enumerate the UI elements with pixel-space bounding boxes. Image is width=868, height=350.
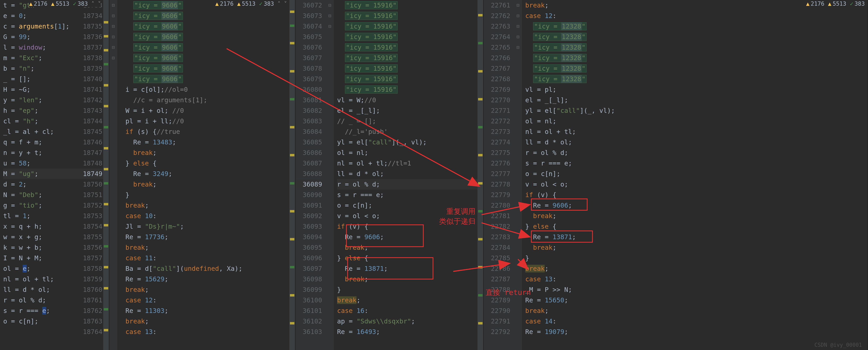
code-line[interactable]: "icy = 15916": [337, 0, 483, 10]
editor-pane-4[interactable]: 2276122762227632276422765227662276722768…: [484, 0, 868, 350]
code-line[interactable]: W = i + ol; //0: [125, 105, 295, 116]
code-line[interactable]: "icy = 12328": [525, 53, 868, 63]
code-line[interactable]: break;: [525, 211, 868, 221]
code-line[interactable]: "icy = 12328": [525, 42, 868, 53]
fold-marker[interactable]: ⊟: [514, 0, 522, 10]
fold-marker[interactable]: ⊟: [514, 42, 522, 53]
code-line[interactable]: break;: [125, 179, 295, 189]
fold-marker[interactable]: ⊟: [109, 10, 117, 21]
code-line[interactable]: Re = 19079;: [525, 326, 868, 337]
code-line[interactable]: "icy = 15916": [337, 63, 483, 74]
code-line[interactable]: break;: [525, 305, 868, 316]
code-line[interactable]: "icy = 9606": [125, 10, 295, 21]
code-line[interactable]: s = r === e;: [525, 158, 868, 169]
code-line[interactable]: "icy = 12328": [525, 32, 868, 42]
code-line[interactable]: break;: [125, 200, 295, 211]
code-line[interactable]: ol = nl;: [525, 116, 868, 126]
code-line[interactable]: //c = arguments[1];: [125, 95, 295, 105]
code-area-4[interactable]: break;case 12: "icy = 12328" "icy = 1232…: [522, 0, 868, 350]
code-line[interactable]: case 14:: [525, 316, 868, 326]
code-line[interactable]: case 16:: [337, 305, 483, 316]
code-line[interactable]: Ba = d["call"](undefined, Xa);: [125, 263, 295, 274]
code-line[interactable]: Re = 9606;: [337, 232, 483, 242]
code-line[interactable]: }: [337, 284, 483, 295]
code-line[interactable]: el = _[_l];: [337, 105, 483, 116]
code-line[interactable]: r = ol % d;: [525, 147, 868, 158]
code-line[interactable]: }: [525, 253, 868, 263]
code-line[interactable]: "icy = 15916": [337, 53, 483, 63]
code-line[interactable]: break;: [525, 263, 868, 274]
fold-marker[interactable]: ⊟: [109, 42, 117, 53]
problems-widget-4[interactable]: ▲2176 ▲5513 ✓383: [806, 0, 865, 7]
code-line[interactable]: "icy = 15916": [337, 10, 483, 21]
code-line[interactable]: break;: [125, 147, 295, 158]
code-line[interactable]: "icy = 9606": [125, 63, 295, 74]
code-line[interactable]: "icy = 9606": [125, 53, 295, 63]
code-line[interactable]: break;: [337, 274, 483, 284]
fold-marker[interactable]: ⊟: [514, 32, 522, 42]
code-line[interactable]: Re = 15650;: [525, 295, 868, 305]
problems-widget-1[interactable]: ▲2176 ▲5513 ✓383 ˄ ˅: [29, 0, 101, 7]
code-line[interactable]: Re = 15629;: [125, 274, 295, 284]
chevron-up-icon[interactable]: ˄: [278, 0, 280, 7]
code-line[interactable]: break;: [525, 242, 868, 253]
code-line[interactable]: "icy = 15916": [337, 32, 483, 42]
code-line[interactable]: yl = el["call"](_, vl);: [525, 105, 868, 116]
code-line[interactable]: case 11:: [125, 253, 295, 263]
code-line[interactable]: r = ol % d;: [337, 179, 483, 189]
code-line[interactable]: "icy = 15916": [337, 84, 483, 95]
code-line[interactable]: Re = 16493;: [337, 326, 483, 337]
fold-gutter-3[interactable]: ⊟⊟⊟: [326, 0, 334, 350]
code-area-2[interactable]: "icy = 9606" "icy = 9606" "icy = 9606" "…: [117, 0, 295, 350]
fold-marker[interactable]: ⊟: [109, 32, 117, 42]
code-line[interactable]: case 13:: [125, 326, 295, 337]
code-line[interactable]: "icy = 12328": [525, 63, 868, 74]
fold-gutter-2[interactable]: ⊟⊟⊟⊟⊟⊟: [109, 0, 117, 350]
editor-pane-2[interactable]: ⊟⊟⊟⊟⊟⊟ "icy = 9606" "icy = 9606" "icy = …: [109, 0, 296, 350]
code-line[interactable]: yl = el["call"](_, vl);: [337, 137, 483, 147]
fold-marker[interactable]: ⊟: [514, 21, 522, 32]
code-line[interactable]: i = c[ol];//ol=0: [125, 84, 295, 95]
chevron-up-icon[interactable]: ˄: [91, 0, 94, 7]
code-line[interactable]: o = c[n];: [525, 169, 868, 179]
code-line[interactable]: "icy = 15916": [337, 21, 483, 32]
marker-strip-2[interactable]: [289, 0, 295, 350]
code-line[interactable]: ll = d * ol;: [337, 169, 483, 179]
code-line[interactable]: case 12:: [525, 10, 868, 21]
code-line[interactable]: ap = "Sdws\\dsqxbr";: [337, 316, 483, 326]
code-line[interactable]: //_l='push': [337, 126, 483, 137]
code-line[interactable]: ll = d * ol;: [525, 137, 868, 147]
code-line[interactable]: "icy = 12328": [525, 74, 868, 84]
code-line[interactable]: ol = nl;: [337, 147, 483, 158]
code-line[interactable]: pl = i + ll;//0: [125, 116, 295, 126]
code-line[interactable]: } else {: [337, 253, 483, 263]
code-line[interactable]: nl = ol + tl;//tl=1: [337, 158, 483, 169]
fold-marker[interactable]: ⊟: [109, 21, 117, 32]
code-line[interactable]: break;: [125, 284, 295, 295]
code-line[interactable]: Re = 13871;: [337, 263, 483, 274]
code-line[interactable]: case 12:: [125, 295, 295, 305]
code-line[interactable]: s = r === e;: [337, 189, 483, 200]
code-line[interactable]: el = _[_l];: [525, 95, 868, 105]
chevron-down-icon[interactable]: ˅: [98, 0, 101, 7]
code-line[interactable]: break;: [125, 316, 295, 326]
code-line[interactable]: "icy = 12328": [525, 21, 868, 32]
marker-strip-3[interactable]: [477, 0, 483, 350]
code-line[interactable]: break;: [337, 242, 483, 253]
code-line[interactable]: Re = 3249;: [125, 169, 295, 179]
marker-strip-1[interactable]: [103, 0, 109, 350]
code-line[interactable]: Jl = "Ds}r|m~";: [125, 221, 295, 232]
code-line[interactable]: "icy = 15916": [337, 74, 483, 84]
problems-widget-2[interactable]: ▲2176 ▲5513 ✓383 ˄ ˅: [215, 0, 287, 7]
fold-marker[interactable]: ⊟: [326, 0, 334, 10]
code-area-3[interactable]: "icy = 15916" "icy = 15916" "icy = 15916…: [334, 0, 483, 350]
code-line[interactable]: "icy = 9606": [125, 21, 295, 32]
fold-marker[interactable]: ⊟: [326, 21, 334, 32]
code-line[interactable]: Re = 11303;: [125, 305, 295, 316]
code-line[interactable]: case 13:: [525, 274, 868, 284]
code-line[interactable]: Re = 13483;: [125, 137, 295, 147]
code-line[interactable]: break;: [125, 242, 295, 253]
code-line[interactable]: if (s) {//true: [125, 126, 295, 137]
code-line[interactable]: nl = ol + tl;: [525, 126, 868, 137]
editor-pane-1[interactable]: t = "gth"e = 0;c = arguments[1];G = 99;l…: [0, 0, 109, 350]
